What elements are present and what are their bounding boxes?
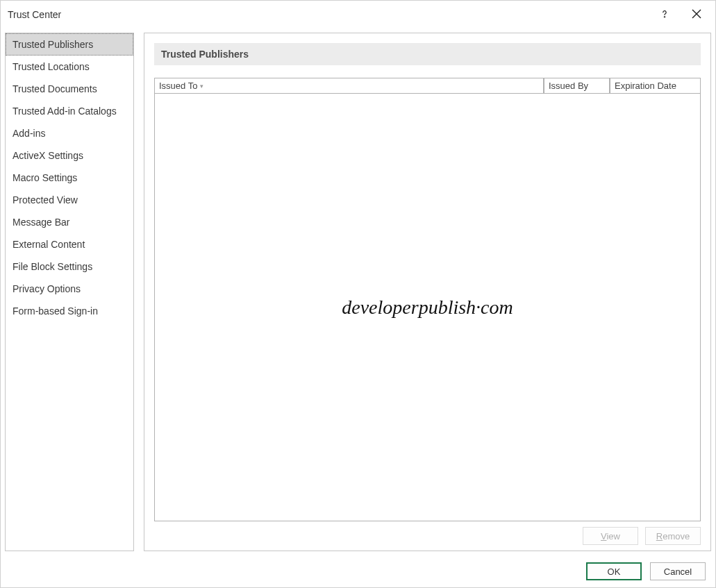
ok-button[interactable]: OK <box>586 562 642 580</box>
sidebar-item-label: Form-based Sign-in <box>13 305 98 317</box>
column-label: Issued To <box>159 81 197 91</box>
sidebar-item-label: Trusted Publishers <box>13 39 93 50</box>
sidebar-item-form-based-signin[interactable]: Form-based Sign-in <box>6 300 133 322</box>
sidebar: Trusted Publishers Trusted Locations Tru… <box>5 33 134 551</box>
section-title: Trusted Publishers <box>161 49 249 60</box>
table-body[interactable]: developerpublish·com <box>155 94 700 521</box>
cancel-button[interactable]: Cancel <box>650 562 706 580</box>
sidebar-item-addins[interactable]: Add-ins <box>6 122 133 144</box>
trust-center-dialog: Trust Center Trusted Publishers <box>0 0 716 588</box>
close-button[interactable] <box>681 3 713 26</box>
watermark-text: developerpublish·com <box>342 296 513 319</box>
help-button[interactable] <box>649 3 681 26</box>
button-label: Cancel <box>664 566 692 577</box>
section-header: Trusted Publishers <box>154 43 701 65</box>
sidebar-item-privacy-options[interactable]: Privacy Options <box>6 278 133 300</box>
button-label-mnemonic: R <box>656 531 663 541</box>
dialog-title: Trust Center <box>8 9 61 20</box>
sidebar-item-message-bar[interactable]: Message Bar <box>6 211 133 233</box>
sidebar-item-file-block-settings[interactable]: File Block Settings <box>6 255 133 278</box>
dialog-body: Trusted Publishers Trusted Locations Tru… <box>1 28 715 555</box>
sidebar-item-label: File Block Settings <box>13 261 92 272</box>
sidebar-item-label: Privacy Options <box>13 283 81 294</box>
sidebar-item-external-content[interactable]: External Content <box>6 233 133 255</box>
sidebar-item-label: Protected View <box>13 194 78 205</box>
view-button: View <box>583 527 638 545</box>
help-icon <box>660 9 669 21</box>
button-label: OK <box>608 566 621 577</box>
button-label-rest: iew <box>606 531 620 541</box>
sidebar-item-trusted-locations[interactable]: Trusted Locations <box>6 56 133 78</box>
column-issued-by[interactable]: Issued By <box>544 78 610 94</box>
sidebar-item-label: External Content <box>13 239 85 250</box>
panel-buttons: View Remove <box>154 521 701 545</box>
sidebar-item-label: ActiveX Settings <box>13 150 83 161</box>
main-panel: Trusted Publishers Issued To ▾ Issued By… <box>144 33 711 551</box>
column-issued-to[interactable]: Issued To ▾ <box>155 78 544 94</box>
column-expiration-date[interactable]: Expiration Date <box>610 78 700 94</box>
sidebar-item-trusted-addin-catalogs[interactable]: Trusted Add-in Catalogs <box>6 100 133 122</box>
sidebar-item-label: Add-ins <box>13 128 45 139</box>
sidebar-item-macro-settings[interactable]: Macro Settings <box>6 167 133 189</box>
remove-button: Remove <box>645 527 701 545</box>
sidebar-item-protected-view[interactable]: Protected View <box>6 189 133 211</box>
column-label: Issued By <box>549 81 588 91</box>
sidebar-item-label: Trusted Documents <box>13 83 97 94</box>
sidebar-item-label: Macro Settings <box>13 172 77 183</box>
sidebar-item-label: Trusted Locations <box>13 61 90 72</box>
titlebar: Trust Center <box>1 1 715 28</box>
close-icon <box>692 9 701 21</box>
svg-point-0 <box>664 16 665 17</box>
sidebar-item-label: Trusted Add-in Catalogs <box>13 106 117 117</box>
sidebar-item-activex-settings[interactable]: ActiveX Settings <box>6 144 133 167</box>
sidebar-item-trusted-publishers[interactable]: Trusted Publishers <box>6 33 133 56</box>
publishers-table: Issued To ▾ Issued By Expiration Date de… <box>154 78 701 521</box>
table-header-row: Issued To ▾ Issued By Expiration Date <box>155 78 700 94</box>
sort-indicator-icon: ▾ <box>200 83 203 90</box>
dialog-footer: OK Cancel <box>1 555 715 587</box>
sidebar-item-label: Message Bar <box>13 217 69 228</box>
column-label: Expiration Date <box>615 81 676 91</box>
sidebar-item-trusted-documents[interactable]: Trusted Documents <box>6 78 133 100</box>
button-label-rest: emove <box>663 531 690 541</box>
